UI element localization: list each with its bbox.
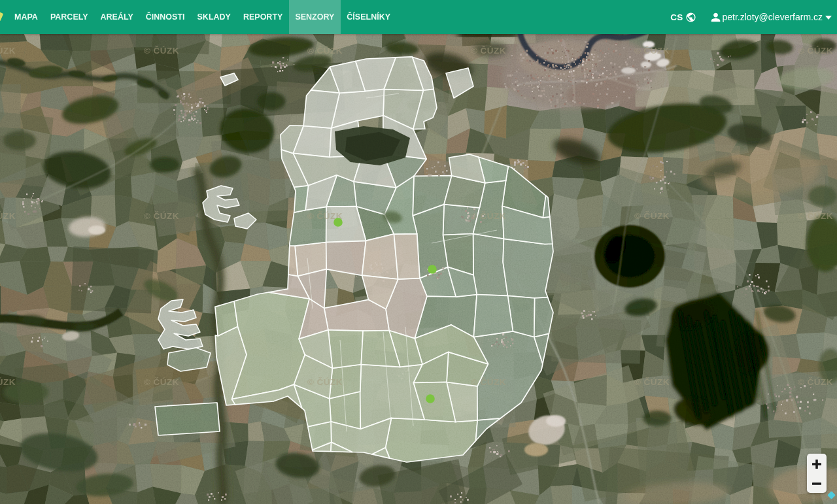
svg-text:© ČÚZK: © ČÚZK	[798, 211, 833, 221]
svg-text:© ČÚZK: © ČÚZK	[471, 377, 506, 387]
svg-text:© ČÚZK: © ČÚZK	[0, 377, 16, 387]
svg-text:© ČÚZK: © ČÚZK	[144, 46, 179, 56]
svg-text:© ČÚZK: © ČÚZK	[471, 46, 506, 56]
svg-text:© ČÚZK: © ČÚZK	[144, 211, 179, 221]
svg-text:© ČÚZK: © ČÚZK	[634, 46, 670, 56]
svg-text:© ČÚZK: © ČÚZK	[798, 46, 833, 56]
svg-text:© ČÚZK: © ČÚZK	[307, 46, 343, 56]
svg-text:© ČÚZK: © ČÚZK	[798, 377, 833, 387]
svg-text:© ČÚZK: © ČÚZK	[471, 211, 506, 221]
svg-text:© ČÚZK: © ČÚZK	[634, 211, 670, 221]
svg-text:© ČÚZK: © ČÚZK	[634, 377, 670, 387]
svg-text:© ČÚZK: © ČÚZK	[307, 377, 343, 387]
svg-text:© ČÚZK: © ČÚZK	[0, 46, 16, 56]
svg-text:© ČÚZK: © ČÚZK	[0, 211, 16, 221]
svg-text:© ČÚZK: © ČÚZK	[144, 377, 179, 387]
